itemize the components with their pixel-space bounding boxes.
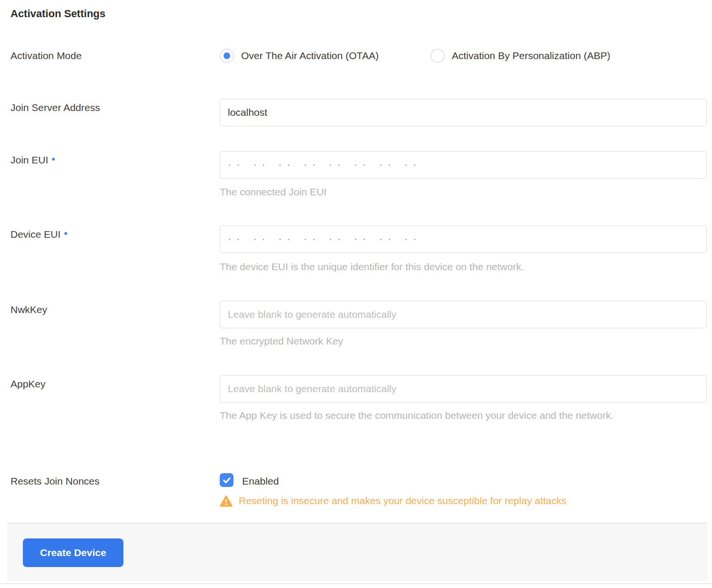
form-footer: Create Device — [7, 523, 707, 581]
radio-dot — [224, 52, 230, 59]
field-label-nwkkey: NwkKey — [10, 303, 47, 317]
radio-label-otaa[interactable]: Over The Air Activation (OTAA) — [241, 50, 379, 61]
join-server-address-input[interactable] — [220, 99, 707, 126]
field-label-join-server-address: Join Server Address — [10, 101, 100, 115]
required-indicator — [64, 232, 67, 235]
warning-row: Reseting is insecure and makes your devi… — [220, 494, 567, 507]
resets-join-nonces-checkbox[interactable] — [220, 473, 234, 487]
field-label-device-eui-text: Device EUI — [10, 229, 61, 240]
field-label-join-eui-text: Join EUI — [10, 154, 48, 165]
warning-text: Reseting is insecure and makes your devi… — [239, 494, 567, 507]
device-eui-input[interactable] — [220, 225, 707, 253]
field-label-device-eui: Device EUI — [10, 227, 67, 242]
bottom-divider — [0, 583, 712, 584]
join-eui-input[interactable] — [220, 151, 707, 179]
activation-mode-radio-group: Over The Air Activation (OTAA) Activatio… — [220, 48, 696, 64]
field-label-activation-mode: Activation Mode — [10, 49, 81, 63]
radio-unchecked-icon[interactable] — [430, 49, 445, 63]
radio-checked-icon[interactable] — [220, 49, 234, 63]
join-eui-help-text: The connected Join EUI — [220, 181, 326, 203]
activation-settings-panel: Activation Settings Activation Mode Over… — [0, 0, 712, 588]
warning-triangle-icon — [220, 495, 233, 507]
radio-option-otaa[interactable]: Over The Air Activation (OTAA) — [220, 48, 379, 64]
nwkkey-help-text: The encrypted Network Key — [220, 330, 343, 352]
field-label-join-eui: Join EUI — [10, 153, 55, 167]
device-eui-help-text: The device EUI is the unique identifier … — [220, 256, 524, 278]
radio-option-abp[interactable]: Activation By Personalization (ABP) — [430, 48, 610, 64]
nwkkey-input[interactable] — [220, 301, 707, 328]
appkey-input[interactable] — [220, 375, 707, 403]
create-device-button[interactable]: Create Device — [23, 538, 123, 567]
radio-label-abp[interactable]: Activation By Personalization (ABP) — [452, 50, 610, 61]
checkmark-icon — [222, 476, 232, 485]
required-indicator — [52, 158, 55, 161]
section-title: Activation Settings — [10, 8, 105, 20]
resets-join-nonces-checkbox-label[interactable]: Enabled — [242, 474, 279, 488]
appkey-help-text: The App Key is used to secure the commun… — [220, 405, 639, 426]
field-label-appkey: AppKey — [10, 377, 46, 391]
field-label-resets-join-nonces: Resets Join Nonces — [10, 474, 100, 488]
